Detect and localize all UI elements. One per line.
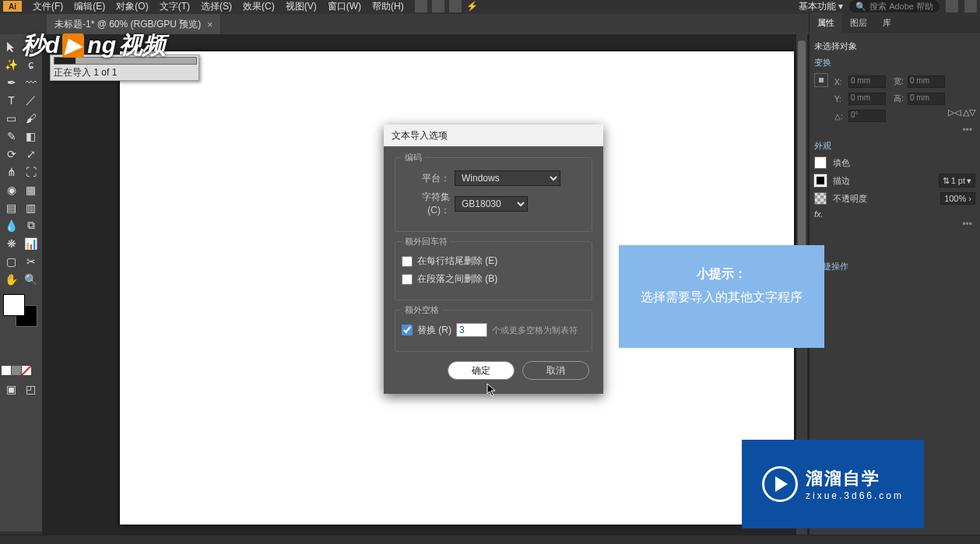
lasso-tool[interactable]: ɕ — [21, 55, 40, 73]
symbol-sprayer-tool[interactable]: ❋ — [2, 234, 21, 252]
dropdown-icon[interactable]: ▾ — [967, 176, 971, 186]
h-label: 高: — [894, 93, 904, 104]
line-tool[interactable]: ／ — [21, 91, 40, 109]
menu-help[interactable]: 帮助(H) — [372, 0, 404, 13]
fill-label: 填色 — [833, 157, 975, 169]
magic-wand-tool[interactable]: ✨ — [2, 55, 21, 73]
slice-tool[interactable]: ✂ — [21, 252, 40, 270]
replace-spaces-checkbox[interactable] — [402, 325, 413, 335]
replace-count-input[interactable] — [456, 323, 487, 337]
fill-swatch[interactable] — [3, 294, 25, 316]
platform-select[interactable]: Windows — [455, 170, 560, 186]
fill-stroke-swatch[interactable] — [2, 294, 40, 330]
type-tool[interactable]: T — [2, 91, 21, 109]
spaces-group: 额外空格 替换 (R) 个或更多空格为制表符 — [395, 310, 592, 352]
shaper-tool[interactable]: ✎ — [2, 127, 21, 145]
width-tool[interactable]: ⋔ — [2, 163, 21, 181]
import-progress-text: 正在导入 1 of 1 — [54, 67, 117, 78]
close-tab-icon[interactable]: × — [207, 19, 213, 30]
color-mode-icon[interactable] — [2, 366, 11, 375]
menu-object[interactable]: 对象(O) — [116, 0, 148, 13]
draw-mode-icon[interactable]: ◰ — [21, 380, 40, 398]
hint-title: 小提示： — [625, 262, 818, 286]
document-tab[interactable]: 未标题-1* @ 60% (RGB/GPU 预览) × — [47, 14, 221, 35]
angle-field[interactable]: 0° — [848, 110, 886, 122]
tab-libraries[interactable]: 库 — [875, 12, 899, 33]
window-min-icon[interactable] — [946, 0, 958, 12]
artboard-tool[interactable]: ▢ — [2, 252, 21, 270]
graph-tool[interactable]: 📊 — [21, 234, 40, 252]
opacity-field[interactable]: 100% › — [940, 192, 975, 205]
crlf-legend: 额外回车符 — [402, 236, 451, 247]
gradient-tool[interactable]: ▥ — [21, 198, 40, 216]
y-label: Y: — [834, 95, 845, 104]
menu-view[interactable]: 视图(V) — [286, 0, 317, 13]
ok-button[interactable]: 确定 — [448, 361, 515, 380]
rotate-tool[interactable]: ⟳ — [2, 145, 21, 163]
stock-icon[interactable] — [432, 0, 444, 12]
bridge-icon[interactable] — [415, 0, 427, 12]
fx-icon[interactable]: fx. — [814, 209, 975, 219]
workspace-switcher[interactable]: 基本功能 ▾ — [799, 0, 843, 13]
paintbrush-tool[interactable]: 🖌 — [21, 109, 40, 127]
play-icon — [762, 466, 798, 502]
blend-tool[interactable]: ⧉ — [21, 216, 40, 234]
x-field[interactable]: 0 mm — [848, 75, 886, 88]
curvature-tool[interactable]: 〰 — [21, 73, 40, 91]
rectangle-tool[interactable]: ▭ — [2, 109, 21, 127]
opacity-swatch[interactable] — [814, 192, 827, 205]
menu-effect[interactable]: 效果(C) — [243, 0, 275, 13]
arrange-icon[interactable] — [449, 0, 462, 12]
menu-edit[interactable]: 编辑(E) — [74, 0, 105, 13]
appearance-more-icon[interactable]: ••• — [811, 219, 972, 230]
angle-label: △: — [834, 112, 845, 121]
selection-tool[interactable] — [2, 37, 21, 55]
tab-layers[interactable]: 图层 — [842, 12, 875, 33]
remove-between-paragraphs-checkbox[interactable] — [402, 274, 413, 285]
wm-bottom-url: zixue.3d66.com — [806, 490, 904, 501]
eraser-tool[interactable]: ◧ — [21, 127, 40, 145]
transform-more-icon[interactable]: ••• — [811, 125, 972, 135]
stroke-label: 描边 — [833, 175, 933, 187]
y-field[interactable]: 0 mm — [848, 93, 886, 105]
h-field[interactable]: 0 mm — [908, 93, 945, 105]
chevron-icon[interactable]: › — [968, 194, 971, 203]
dialog-title-bar[interactable]: 文本导入选项 — [384, 125, 603, 146]
w-field[interactable]: 0 mm — [908, 75, 945, 88]
cancel-button[interactable]: 取消 — [522, 361, 589, 380]
stepper-icon[interactable]: ⇅ — [943, 176, 950, 186]
tab-properties[interactable]: 属性 — [810, 12, 842, 33]
gpu-icon[interactable]: ⚡ — [466, 1, 478, 12]
stroke-weight-field[interactable]: ⇅ 1 pt ▾ — [939, 174, 975, 188]
charset-select[interactable]: GB18030 — [455, 196, 528, 212]
spaces-legend: 额外空格 — [402, 304, 442, 316]
shape-builder-tool[interactable]: ◉ — [2, 181, 21, 198]
flip-h-icon[interactable]: ▷◁ — [948, 107, 961, 117]
fill-color-swatch[interactable] — [814, 156, 827, 169]
appearance-section-title: 外观 — [814, 140, 975, 152]
encoding-group: 编码 平台： Windows 字符集 (C)： GB18030 — [395, 157, 592, 232]
menu-select[interactable]: 选择(S) — [201, 0, 232, 13]
menu-window[interactable]: 窗口(W) — [328, 0, 361, 13]
zoom-tool[interactable]: 🔍 — [21, 270, 40, 288]
hint-callout: 小提示： 选择需要导入的其他文字程序 — [619, 245, 824, 348]
remove-eol-checkbox[interactable] — [402, 256, 413, 267]
menu-file[interactable]: 文件(F) — [33, 0, 63, 13]
perspective-tool[interactable]: ▦ — [21, 181, 40, 198]
pen-tool[interactable]: ✒ — [2, 73, 21, 91]
gradient-mode-icon[interactable] — [12, 366, 21, 375]
eyedropper-tool[interactable]: 💧 — [2, 216, 21, 234]
window-max-icon[interactable] — [964, 0, 977, 12]
menu-type[interactable]: 文字(T) — [160, 0, 190, 13]
hand-tool[interactable]: ✋ — [2, 270, 21, 288]
flip-v-icon[interactable]: △▽ — [963, 107, 975, 117]
stroke-color-swatch[interactable] — [814, 174, 827, 187]
reference-point-icon[interactable] — [814, 73, 828, 87]
screen-mode-icon[interactable]: ▣ — [2, 380, 21, 398]
free-transform-tool[interactable]: ⛶ — [21, 163, 40, 181]
direct-selection-tool[interactable] — [21, 37, 40, 55]
scale-tool[interactable]: ⤢ — [21, 145, 40, 163]
none-mode-icon[interactable] — [22, 366, 31, 375]
help-search[interactable]: 🔍 搜索 Adobe 帮助 — [849, 0, 940, 13]
mesh-tool[interactable]: ▤ — [2, 198, 21, 216]
